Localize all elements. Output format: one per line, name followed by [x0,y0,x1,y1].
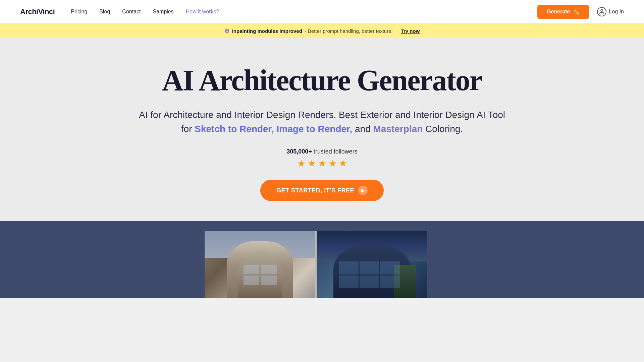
login-button[interactable]: Log In [597,7,624,16]
window-pane-right-6 [380,276,400,289]
architecture-image-right [317,231,427,298]
get-started-button[interactable]: GET STARTED, IT'S FREE ▶ [260,180,384,201]
login-button-label: Log In [609,9,624,15]
star-3: ★ [318,158,326,169]
nav-link-samples[interactable]: Samples [153,9,174,14]
hero-highlight-1: Sketch to Render, Image to Render, [195,124,352,134]
get-started-label: GET STARTED, IT'S FREE [276,187,354,194]
nav-link-pricing[interactable]: Pricing [71,9,87,14]
nav-link-contact[interactable]: Contact [122,9,141,14]
window-pane-right-1 [339,261,359,275]
hero-section: AI Architecture Generator AI for Archite… [0,38,644,221]
hero-highlight-2: Masterplan [373,124,423,134]
architecture-images [205,231,439,298]
star-1: ★ [297,158,306,169]
hero-subtitle: AI for Architecture and Interior Design … [138,108,506,136]
announcement-bold-text: Inpainting modules improved [232,28,302,34]
nav-item-pricing[interactable]: Pricing [71,9,87,15]
nav-link-blog[interactable]: Blog [99,9,110,14]
window-pane-right-4 [339,276,359,289]
announcement-banner: ⊕ Inpainting modules improved - Better p… [0,23,644,38]
window-pane-4 [261,276,277,285]
pencil-icon: ✏️ [573,9,580,15]
window-pane-right-3 [380,261,400,275]
nav-item-samples[interactable]: Samples [153,9,174,15]
nav-right: Generate ✏️ Log In [537,5,624,19]
star-2: ★ [308,158,316,169]
window-pane-right-2 [360,261,379,275]
nav-item-how-it-works[interactable]: How it works? [186,9,219,15]
announcement-normal-text: - Better prompt handling, better texture… [305,28,393,34]
trust-count: 305,000+ [286,148,312,155]
images-section [0,221,644,298]
trust-followers: 305,000+ trusted followers [286,148,358,155]
nav-item-contact[interactable]: Contact [122,9,141,15]
trust-text: trusted followers [314,148,358,155]
navbar: ArchiVinci Pricing Blog Contact Samples … [0,0,644,23]
hero-title: AI Architecture Generator [20,65,624,96]
play-icon: ▶ [358,186,368,195]
window-pane-right-5 [360,276,379,289]
star-rating: ★ ★ ★ ★ ★ [297,158,347,169]
trust-section: 305,000+ trusted followers ★ ★ ★ ★ ★ [20,148,624,169]
logo[interactable]: ArchiVinci [20,7,55,16]
generate-button[interactable]: Generate ✏️ [537,5,589,19]
avatar-icon [597,7,606,16]
nav-links: Pricing Blog Contact Samples How it work… [71,9,219,15]
nav-item-blog[interactable]: Blog [99,9,110,15]
windows-right [339,261,400,288]
nav-left: ArchiVinci Pricing Blog Contact Samples … [20,7,219,16]
try-now-link[interactable]: Try now [401,28,420,34]
svg-point-0 [601,9,603,11]
nav-link-how-it-works[interactable]: How it works? [186,9,219,14]
hero-subtitle-middle: and [355,124,373,134]
windows-left [244,265,277,285]
generate-button-label: Generate [547,9,570,15]
window-pane-1 [244,265,260,274]
star-4: ★ [328,158,337,169]
window-pane-3 [244,276,260,285]
architecture-image-left [205,231,315,298]
bell-icon: ⊕ [224,27,229,35]
window-pane-2 [261,265,277,274]
star-5: ★ [339,158,347,169]
hero-subtitle-after: Coloring. [425,124,463,134]
